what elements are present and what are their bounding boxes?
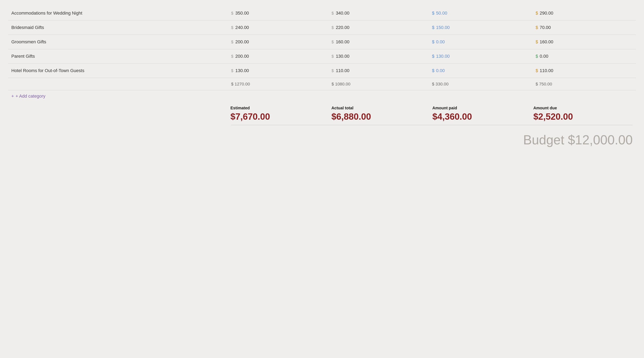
add-category-button[interactable]: + + Add category	[11, 94, 45, 99]
table-row: Parent Gifts $ 200.00 $ 130.00 $ 130.00	[8, 49, 636, 64]
add-category-label: + Add category	[16, 94, 45, 99]
paid-amount: 50.00	[436, 11, 447, 16]
row-due[interactable]: $ 290.00	[532, 6, 636, 21]
totals-actual: $ 1080.00	[328, 78, 429, 90]
actual-amount: 220.00	[336, 25, 349, 30]
due-amount: 70.00	[540, 25, 551, 30]
row-paid[interactable]: $ 0.00	[429, 35, 532, 49]
row-paid[interactable]: $ 0.00	[429, 64, 532, 78]
dollar-icon: $	[332, 25, 334, 30]
row-name[interactable]: Hotel Rooms for Out-of-Town Guests	[8, 64, 228, 78]
actual-amount: 340.00	[336, 11, 349, 16]
row-name[interactable]: Groomsmen Gifts	[8, 35, 228, 49]
table-row: Bridesmaid Gifts $ 240.00 $ 220.00 $ 150…	[8, 21, 636, 35]
due-label: Amount due	[533, 106, 631, 110]
table-row: Groomsmen Gifts $ 200.00 $ 160.00 $ 0.00	[8, 35, 636, 49]
actual-label: Actual total	[331, 106, 429, 110]
estimated-amount: 130.00	[236, 68, 249, 73]
paid-amount: 0.00	[436, 39, 445, 45]
dollar-icon: $	[536, 54, 538, 59]
row-due[interactable]: $ 160.00	[532, 35, 636, 49]
actual-amount: 110.00	[336, 68, 349, 73]
row-estimated: $ 130.00	[228, 64, 328, 78]
due-amount: 110.00	[540, 68, 553, 73]
totals-paid: $ 330.00	[429, 78, 532, 90]
actual-amount: 160.00	[336, 39, 349, 45]
row-actual: $ 130.00	[328, 49, 429, 64]
summary-actual: Actual total $6,880.00	[330, 106, 431, 122]
summary-estimated: Estimated $7,670.00	[229, 106, 330, 122]
paid-label: Amount paid	[432, 106, 530, 110]
summary-columns: Estimated $7,670.00 Actual total $6,880.…	[229, 106, 633, 122]
row-actual: $ 160.00	[328, 35, 429, 49]
row-paid[interactable]: $ 50.00	[429, 6, 532, 21]
row-estimated: $ 200.00	[228, 49, 328, 64]
row-due[interactable]: $ 70.00	[532, 21, 636, 35]
row-due[interactable]: $ 110.00	[532, 64, 636, 78]
paid-amount: 130.00	[436, 54, 450, 59]
totals-estimated: $ 1270.00	[228, 78, 328, 90]
estimated-amount: 200.00	[236, 54, 249, 59]
table-row: Hotel Rooms for Out-of-Town Guests $ 130…	[8, 64, 636, 78]
totals-due: $ 750.00	[532, 78, 636, 90]
budget-table: Accommodations for Wedding Night $ 350.0…	[8, 6, 636, 90]
budget-value: $12,000.00	[568, 133, 633, 147]
dollar-icon: $	[536, 39, 538, 45]
dollar-icon: $	[231, 54, 233, 59]
budget-total-text: Budget $12,000.00	[523, 133, 633, 147]
budget-label: Budget	[523, 133, 564, 147]
dollar-icon: $	[332, 54, 334, 59]
budget-total-section: Budget $12,000.00	[8, 128, 636, 149]
paid-value: $4,360.00	[432, 112, 530, 122]
actual-amount: 130.00	[336, 54, 349, 59]
dollar-icon: $	[432, 68, 434, 73]
dollar-icon: $	[536, 68, 538, 73]
row-estimated: $ 240.00	[228, 21, 328, 35]
dollar-icon: $	[536, 11, 538, 16]
dollar-icon: $	[231, 11, 233, 16]
dollar-icon: $	[231, 69, 233, 73]
row-name[interactable]: Accommodations for Wedding Night	[8, 6, 228, 21]
row-name[interactable]: Parent Gifts	[8, 49, 228, 64]
estimated-amount: 200.00	[236, 39, 249, 45]
estimated-value: $7,670.00	[230, 112, 328, 122]
row-due[interactable]: $ 0.00	[532, 49, 636, 64]
table-row: Accommodations for Wedding Night $ 350.0…	[8, 6, 636, 21]
plus-icon: +	[11, 94, 14, 99]
summary-section: Estimated $7,670.00 Actual total $6,880.…	[8, 104, 636, 122]
dollar-icon: $	[432, 11, 434, 16]
dollar-icon: $	[231, 40, 233, 44]
row-estimated: $ 350.00	[228, 6, 328, 21]
due-amount: 290.00	[540, 11, 553, 16]
paid-amount: 0.00	[436, 68, 445, 73]
due-value: $2,520.00	[533, 112, 631, 122]
dollar-icon: $	[332, 69, 334, 73]
dollar-icon: $	[432, 54, 434, 59]
row-paid[interactable]: $ 130.00	[429, 49, 532, 64]
summary-paid: Amount paid $4,360.00	[431, 106, 532, 122]
row-actual: $ 110.00	[328, 64, 429, 78]
row-actual: $ 220.00	[328, 21, 429, 35]
dollar-icon: $	[332, 11, 334, 16]
dollar-icon: $	[432, 25, 434, 30]
summary-due: Amount due $2,520.00	[532, 106, 633, 122]
due-amount: 160.00	[540, 39, 553, 45]
estimated-label: Estimated	[230, 106, 328, 110]
summary-spacer	[11, 106, 229, 122]
row-actual: $ 340.00	[328, 6, 429, 21]
dollar-icon: $	[432, 39, 434, 45]
estimated-amount: 350.00	[236, 11, 249, 16]
row-estimated: $ 200.00	[228, 35, 328, 49]
row-paid[interactable]: $ 150.00	[429, 21, 532, 35]
paid-amount: 150.00	[436, 25, 450, 30]
budget-divider	[231, 125, 633, 125]
estimated-amount: 240.00	[236, 25, 249, 30]
actual-value: $6,880.00	[331, 112, 429, 122]
dollar-icon: $	[536, 25, 538, 30]
dollar-icon: $	[332, 40, 334, 44]
row-name[interactable]: Bridesmaid Gifts	[8, 21, 228, 35]
totals-spacer	[8, 78, 228, 90]
dollar-icon: $	[231, 25, 233, 30]
totals-row: $ 1270.00 $ 1080.00 $ 330.00 $ 750.00	[8, 78, 636, 90]
due-amount: 0.00	[540, 54, 548, 59]
